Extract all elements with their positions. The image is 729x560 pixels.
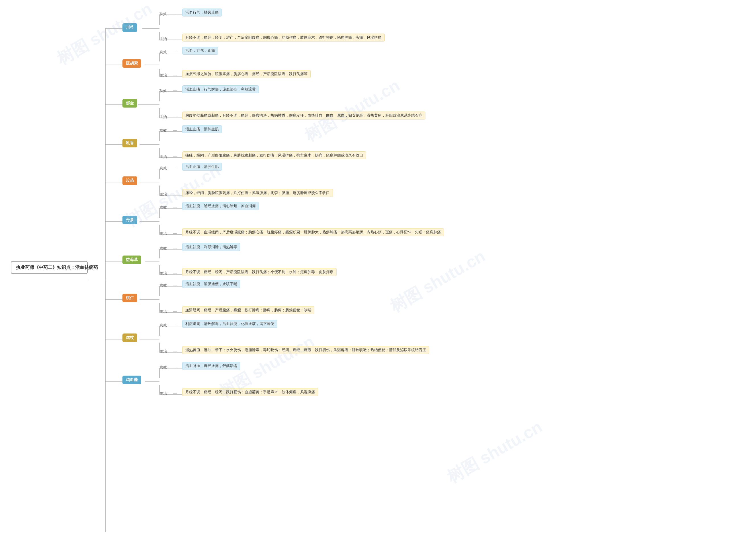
yanhusuo-zhuzhi-label: 主治 bbox=[159, 73, 167, 78]
central-label: 执业药师《中药二》知识点：活血祛瘀药 bbox=[16, 265, 98, 270]
huzhang-gongneng-label: 功效 bbox=[159, 323, 167, 328]
yimucao-zhuzhi-content: 月经不调，痛经，经闭，产后瘀阻腹痛，跌打伤痛；小便不利，水肿；疮痈肿毒，皮肤痒疹 bbox=[182, 268, 336, 276]
yujin-zhuzhi-label: 主治 bbox=[159, 114, 167, 120]
huzhang-zhuzhi-label: 主治 bbox=[159, 349, 167, 354]
branch-jixueteng: 鸡血藤 bbox=[122, 376, 141, 384]
mind-map: 树图 shutu.cn 树图 shutu.cn 树图 shutu.cn 树图 s… bbox=[0, 0, 729, 560]
danshen-zhuzhi-content: 月经不调，血滞经闭，产后瘀滞腹痛；胸痹心痛，脘腹疼痛，癥瘕积聚，肝脾肿大，热痹肿… bbox=[182, 228, 444, 236]
chuanxiong-zhuzhi-content: 月经不调，痛经，经闭，难产，产后瘀阻腹痛；胸痹心痛，肋肋作痛，肢体麻木，跌打损伤… bbox=[182, 34, 385, 42]
yujin-gongneng-content: 活血止痛，行气解郁，凉血清心，利胆退黄 bbox=[182, 85, 259, 93]
branch-ruxiang: 乳香 bbox=[122, 139, 137, 147]
branch-huzhang: 虎杖 bbox=[122, 333, 137, 342]
branch-moyao: 没药 bbox=[122, 176, 137, 185]
connection-lines bbox=[0, 0, 729, 560]
ruxiang-zhuzhi-label: 主治 bbox=[159, 154, 167, 159]
taoren-zhuzhi-label: 主治 bbox=[159, 309, 167, 314]
yujin-zhuzhi-content: 胸腹胁肋胀痛或刺痛，月经不调，痛经，癥瘕痞块；热病神昏，癫痫发狂；血热吐血、衄血… bbox=[182, 112, 426, 120]
chuanxiong-zhuzhi-label: 主治 bbox=[159, 36, 167, 42]
jixueteng-zhuzhi-label: 主治 bbox=[159, 391, 167, 396]
taoren-zhuzhi-content: 血滞经闭，痛经，产后腹痛，癥瘕，跌打肿痛；肺痈，肠痈；肠燥便秘；咳喘 bbox=[182, 306, 314, 314]
danshen-gongneng-label: 功效 bbox=[159, 205, 167, 210]
huzhang-zhuzhi-content: 湿热黄疸，淋浊，带下；水火烫伤，疮痈肿毒，毒蛇咬伤；经闭，痛经，癥瘕，跌打损伤，… bbox=[182, 346, 429, 354]
chuanxiong-gongneng-content: 活血行气，祛风止痛 bbox=[182, 9, 222, 17]
moyao-zhuzhi-content: 痛经，经闭，胸胁脘腹刺痛，跌打伤痛；风湿痹痛，拘挛；肠痈，疮疡肿痈或溃久不收口 bbox=[182, 189, 333, 197]
ruxiang-gongneng-label: 功效 bbox=[159, 128, 167, 133]
danshen-zhuzhi-label: 主治 bbox=[159, 231, 167, 236]
moyao-gongneng-content: 活血止痛，消肿生肌 bbox=[182, 163, 222, 171]
huzhang-gongneng-content: 利湿退黄，清热解毒，活血祛瘀，化痰止咳，泻下通便 bbox=[182, 320, 277, 328]
branch-yimucao: 益母草 bbox=[122, 256, 141, 264]
branch-danshen: 丹参 bbox=[122, 216, 137, 224]
ruxiang-zhuzhi-content: 痛经，经闭，产后瘀阻腹痛，胸胁脘腹刺痛，跌打伤痛；风湿痹痛，拘挛麻木；肠痈，疮疡… bbox=[182, 151, 366, 159]
jixueteng-gongneng-label: 功效 bbox=[159, 365, 167, 370]
jixueteng-zhuzhi-content: 月经不调，痛经，经闭，跌打损伤；血虚萎黄；手足麻木，肢体瘫痪，风湿痹痛 bbox=[182, 388, 318, 396]
watermark-2: 树图 shutu.cn bbox=[301, 75, 404, 147]
branch-yanhusuo: 延胡索 bbox=[122, 59, 141, 68]
yimucao-gongneng-label: 功效 bbox=[159, 246, 167, 251]
yimucao-zhuzhi-label: 主治 bbox=[159, 271, 167, 276]
yanhusuo-zhuzhi-content: 血瘀气滞之胸胁、脘腹疼痛，胸痹心痛，痛经，产后瘀阻腹痛，跌打伤痛等 bbox=[182, 70, 311, 78]
ruxiang-gongneng-content: 活血止痛，消肿生肌 bbox=[182, 125, 222, 133]
moyao-zhuzhi-label: 主治 bbox=[159, 192, 167, 197]
branch-yujin: 郁金 bbox=[122, 99, 137, 108]
taoren-gongneng-content: 活血祛瘀，润肠通便，止咳平喘 bbox=[182, 280, 240, 288]
yanhusuo-gongneng-label: 功效 bbox=[159, 50, 167, 55]
branch-taoren: 桃仁 bbox=[122, 294, 137, 302]
central-node: 执业药师《中药二》知识点：活血祛瘀药 bbox=[11, 261, 88, 274]
taoren-gongneng-label: 功效 bbox=[159, 283, 167, 288]
yanhusuo-gongneng-content: 活血，行气，止痛 bbox=[182, 47, 218, 55]
chuanxiong-gongneng-label: 功效 bbox=[159, 11, 167, 17]
moyao-gongneng-label: 功效 bbox=[159, 166, 167, 171]
yimucao-gongneng-content: 活血祛瘀，利尿消肿，清热解毒 bbox=[182, 243, 240, 251]
watermark-4: 树图 shutu.cn bbox=[386, 245, 490, 318]
yujin-gongneng-label: 功效 bbox=[159, 88, 167, 93]
danshen-gongneng-content: 活血祛瘀，通经止痛，清心除烦，凉血消痈 bbox=[182, 202, 259, 210]
chuanxiong-gongneng-dash: — bbox=[173, 11, 177, 16]
watermark-6: 树图 shutu.cn bbox=[443, 416, 547, 488]
chuanxiong-zhuzhi-dash: — bbox=[173, 36, 177, 41]
branch-chuanxiong: 川芎 bbox=[122, 23, 137, 32]
jixueteng-gongneng-content: 活血补血，调经止痛，舒筋活络 bbox=[182, 362, 240, 370]
